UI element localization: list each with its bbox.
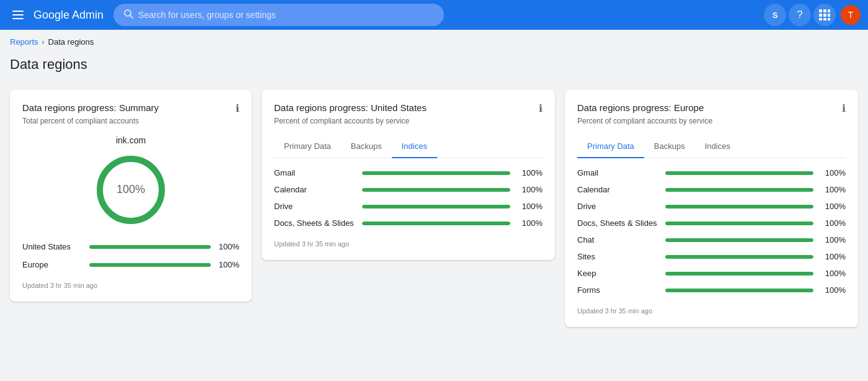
summary-updated: Updated 3 hr 35 min ago (22, 282, 239, 289)
europe-tabs: Primary Data Backups Indices (577, 135, 846, 158)
search-input[interactable] (138, 10, 433, 20)
us-card: Data regions progress: United States ℹ P… (262, 90, 555, 260)
service-fill-gmail-eu (665, 171, 813, 175)
service-track-sites-eu (665, 255, 813, 259)
service-label-keep-eu: Keep (577, 269, 658, 278)
service-pct-drive-us: 100% (518, 202, 542, 211)
svg-rect-7 (828, 9, 830, 12)
service-pct-sites-eu: 100% (821, 252, 846, 261)
service-track-gmail-eu (665, 171, 813, 175)
us-updated: Updated 3 hr 35 min ago (274, 240, 542, 248)
svg-rect-10 (828, 14, 830, 17)
service-fill-calendar-us (362, 188, 510, 192)
service-pct-drive-eu: 100% (821, 202, 846, 211)
us-tabs: Primary Data Backups Indices (274, 135, 542, 158)
service-row-drive-us: Drive 100% (274, 202, 542, 211)
summary-card-title: Data regions progress: Summary (22, 102, 159, 113)
service-track-drive-us (362, 205, 510, 208)
breadcrumb-reports[interactable]: Reports (10, 37, 38, 47)
service-fill-gmail-us (362, 171, 510, 175)
tab-europe-backups[interactable]: Backups (644, 135, 695, 158)
service-row-docs-eu: Docs, Sheets & Slides 100% (577, 218, 846, 228)
service-pct-gmail-eu: 100% (821, 168, 846, 177)
svg-rect-1 (12, 14, 24, 16)
us-services: Gmail 100% Calendar 100% Drive (274, 168, 542, 228)
svg-rect-2 (12, 18, 24, 19)
service-track-forms-eu (665, 289, 813, 292)
progress-fill-us (89, 245, 211, 249)
service-label-chat-eu: Chat (577, 235, 658, 244)
svg-rect-9 (823, 14, 826, 17)
service-pct-chat-eu: 100% (821, 235, 846, 244)
europe-updated: Updated 3 hr 35 min ago (577, 307, 846, 315)
service-label-sites-eu: Sites (577, 252, 658, 261)
service-label-calendar-us: Calendar (274, 185, 355, 194)
topbar: Google Admin S ? (0, 0, 868, 30)
service-row-drive-eu: Drive 100% (577, 202, 846, 211)
tab-europe-primary-data[interactable]: Primary Data (577, 135, 644, 158)
progress-track-us (89, 245, 211, 249)
europe-card-subtitle: Percent of compliant accounts by service (577, 117, 846, 125)
progress-track-europe (89, 263, 211, 267)
tab-us-indices[interactable]: Indices (392, 135, 437, 158)
service-row-calendar-eu: Calendar 100% (577, 185, 846, 194)
progress-pct-europe: 100% (216, 260, 239, 269)
tab-europe-indices[interactable]: Indices (695, 135, 740, 158)
service-label-drive-eu: Drive (577, 202, 658, 211)
support-button[interactable]: S (764, 4, 786, 26)
service-fill-drive-us (362, 205, 510, 208)
search-icon (123, 9, 133, 21)
service-fill-keep-eu (665, 272, 813, 276)
service-pct-docs-us: 100% (518, 218, 542, 228)
service-label-gmail-eu: Gmail (577, 168, 658, 177)
service-pct-calendar-us: 100% (518, 185, 542, 194)
svg-text:100%: 100% (117, 183, 145, 195)
cards-row: Data regions progress: Summary ℹ Total p… (10, 90, 858, 327)
search-bar[interactable] (113, 4, 443, 26)
progress-label-us: United States (22, 242, 84, 251)
service-row-forms-eu: Forms 100% (577, 285, 846, 295)
europe-card-title: Data regions progress: Europe (577, 102, 704, 113)
svg-rect-0 (12, 11, 24, 12)
summary-info-icon[interactable]: ℹ (236, 102, 239, 114)
service-label-gmail-us: Gmail (274, 168, 355, 177)
us-info-icon[interactable]: ℹ (539, 102, 542, 114)
service-pct-keep-eu: 100% (821, 269, 846, 278)
service-track-docs-eu (665, 222, 813, 225)
help-button[interactable]: ? (789, 4, 811, 26)
tab-us-backups[interactable]: Backups (341, 135, 392, 158)
service-row-chat-eu: Chat 100% (577, 235, 846, 244)
service-label-drive-us: Drive (274, 202, 355, 211)
service-pct-forms-eu: 100% (821, 285, 846, 295)
service-row-calendar-us: Calendar 100% (274, 185, 542, 194)
breadcrumb-current: Data regions (48, 37, 94, 47)
service-fill-forms-eu (665, 289, 813, 292)
europe-info-icon[interactable]: ℹ (842, 102, 846, 114)
service-fill-drive-eu (665, 205, 813, 208)
svg-line-4 (130, 16, 133, 18)
summary-progress-rows: United States 100% Europe 100% (22, 242, 239, 269)
service-pct-docs-eu: 100% (821, 218, 846, 228)
app-logo: Google Admin (33, 9, 104, 22)
service-track-docs-us (362, 222, 510, 225)
summary-card: Data regions progress: Summary ℹ Total p… (10, 90, 252, 302)
menu-icon[interactable] (7, 3, 29, 27)
svg-rect-5 (819, 9, 822, 12)
progress-row-us: United States 100% (22, 242, 239, 251)
us-card-header: Data regions progress: United States ℹ (274, 102, 542, 114)
user-avatar[interactable]: T (841, 5, 861, 25)
service-label-calendar-eu: Calendar (577, 185, 658, 194)
svg-rect-6 (823, 9, 826, 12)
apps-button[interactable] (813, 4, 836, 26)
progress-fill-europe (89, 263, 211, 267)
service-track-chat-eu (665, 238, 813, 242)
breadcrumb-separator: › (42, 38, 45, 47)
service-track-gmail-us (362, 171, 510, 175)
summary-card-header: Data regions progress: Summary ℹ (22, 102, 239, 114)
europe-card: Data regions progress: Europe ℹ Percent … (565, 90, 858, 327)
summary-card-subtitle: Total percent of compliant accounts (22, 117, 239, 125)
breadcrumb: Reports › Data regions (0, 30, 868, 52)
service-label-forms-eu: Forms (577, 285, 658, 295)
service-pct-calendar-eu: 100% (821, 185, 846, 194)
tab-us-primary-data[interactable]: Primary Data (274, 135, 341, 158)
